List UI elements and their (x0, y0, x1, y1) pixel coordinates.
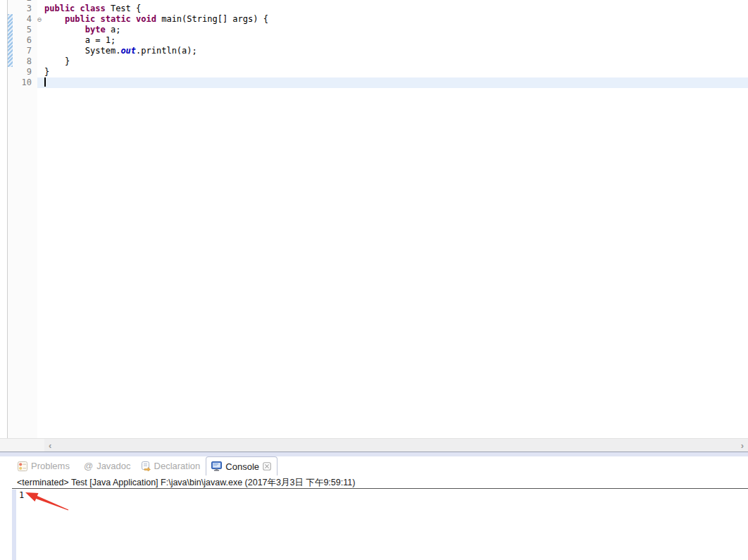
line-number[interactable]: 4 (7, 14, 37, 25)
console-left-strip (12, 490, 16, 560)
code-line[interactable]: 5 byte a; (0, 25, 748, 35)
editor-left-margin (0, 4, 7, 14)
tab-declaration[interactable]: Declaration (141, 461, 201, 471)
code-text[interactable]: } (37, 67, 748, 77)
tab-label: Console (225, 461, 259, 472)
code-line[interactable]: 10 (0, 77, 748, 88)
line-number[interactable]: 6 (7, 35, 37, 46)
code-lines: 23public class Test {4⊖ public static vo… (0, 0, 748, 88)
code-line[interactable]: 4⊖ public static void main(String[] args… (0, 14, 748, 25)
line-number[interactable]: 3 (7, 4, 37, 14)
tab-javadoc[interactable]: @ Javadoc (84, 461, 131, 471)
line-number[interactable]: 5 (7, 25, 37, 35)
tab-console-active[interactable]: Console (206, 456, 278, 475)
problems-icon (18, 461, 27, 471)
editor-left-margin (0, 14, 7, 25)
editor-left-margin (0, 67, 7, 77)
text-cursor (44, 77, 46, 87)
code-text[interactable]: System.out.println(a); (37, 46, 748, 56)
code-line[interactable]: 8 } (0, 56, 748, 67)
line-number[interactable]: 8 (7, 56, 37, 67)
fold-collapse-icon[interactable]: ⊖ (37, 16, 44, 23)
console-monitor-icon (211, 461, 222, 471)
line-number[interactable]: 9 (7, 67, 37, 77)
editor-left-margin (0, 77, 7, 88)
line-number[interactable]: 7 (7, 46, 37, 56)
tab-label: Problems (31, 461, 70, 471)
console-status-line: <terminated> Test [Java Application] F:\… (17, 477, 355, 489)
editor-horizontal-scrollbar[interactable]: ‹ › (0, 438, 748, 452)
tab-label: Declaration (154, 461, 201, 471)
console-separator (12, 488, 748, 489)
at-symbol-icon: @ (84, 461, 93, 471)
editor-left-margin (0, 25, 7, 35)
code-text[interactable] (37, 77, 748, 88)
scroll-left-icon[interactable]: ‹ (49, 440, 51, 452)
declaration-icon (141, 461, 151, 471)
editor-left-margin (0, 46, 7, 56)
code-line[interactable]: 6 a = 1; (0, 35, 748, 46)
editor-console-sash[interactable] (0, 452, 748, 456)
code-text[interactable]: public static void main(String[] args) { (37, 14, 748, 25)
code-text[interactable]: public class Test { (37, 4, 748, 14)
console-view-panel: Problems @ Javadoc Declaration (0, 456, 748, 560)
editor-left-margin (0, 35, 7, 46)
view-tab-bar: Problems @ Javadoc Declaration (0, 456, 748, 475)
editor-left-margin (0, 56, 7, 67)
tab-label: Javadoc (96, 461, 130, 471)
scroll-right-icon[interactable]: › (741, 440, 744, 452)
code-text[interactable]: } (37, 56, 748, 67)
code-line[interactable]: 7 System.out.println(a); (0, 46, 748, 56)
code-text[interactable]: a = 1; (37, 35, 748, 46)
close-icon[interactable] (263, 462, 271, 471)
code-line[interactable]: 3public class Test { (0, 4, 748, 14)
java-editor[interactable]: 23public class Test {4⊖ public static vo… (0, 0, 748, 438)
code-text[interactable]: byte a; (37, 25, 748, 35)
code-line[interactable]: 9} (0, 67, 748, 77)
console-output-text[interactable]: 1 (19, 490, 24, 500)
tab-problems[interactable]: Problems (18, 461, 70, 471)
scrollbar-track[interactable]: ‹ › (44, 439, 748, 452)
line-number[interactable]: 10 (7, 77, 37, 88)
eclipse-ide-window: 23public class Test {4⊖ public static vo… (0, 0, 748, 560)
scrollbar-corner (0, 439, 44, 452)
